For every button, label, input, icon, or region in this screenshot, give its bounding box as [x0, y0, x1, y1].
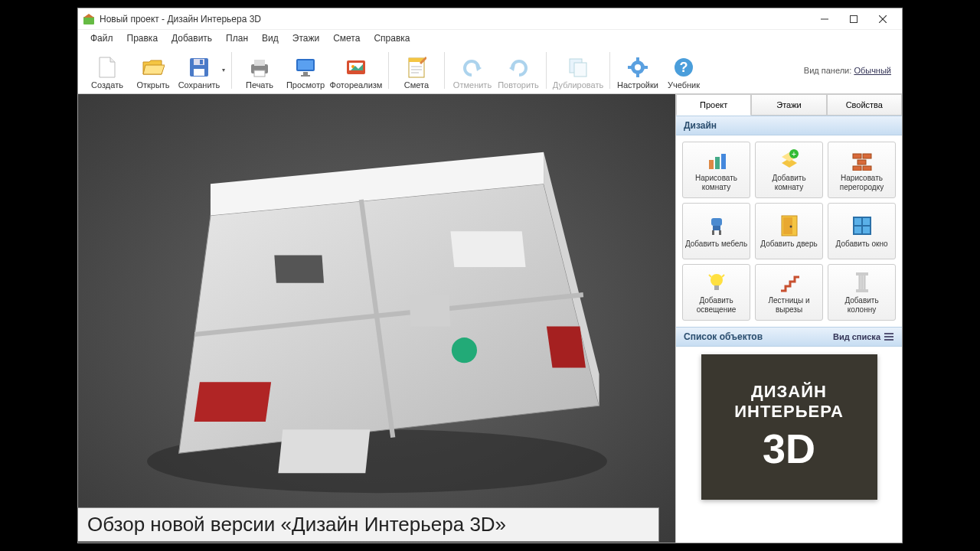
add-lighting-button[interactable]: Добавить освещение: [682, 264, 750, 321]
promo-card: ДИЗАЙН ИНТЕРЬЕРА 3D: [701, 354, 877, 500]
svg-rect-29: [574, 63, 586, 77]
panel-view-link[interactable]: Обычный: [854, 66, 891, 75]
duplicate-icon: [567, 56, 590, 79]
create-button[interactable]: Создать: [84, 48, 130, 93]
estimate-button[interactable]: Смета: [394, 48, 439, 93]
preview-button[interactable]: Просмотр: [283, 48, 328, 93]
save-button[interactable]: Сохранить: [176, 48, 222, 93]
printer-icon: [248, 56, 271, 79]
tab-properties[interactable]: Свойства: [827, 94, 902, 116]
svg-rect-59: [863, 154, 871, 158]
svg-rect-32: [636, 57, 639, 61]
svg-marker-1: [83, 14, 94, 18]
add-furniture-button[interactable]: Добавить мебель: [682, 203, 750, 259]
svg-rect-9: [200, 60, 203, 64]
close-button[interactable]: [868, 10, 897, 28]
svg-point-31: [635, 64, 641, 70]
undo-button[interactable]: Отменить: [449, 48, 495, 93]
svg-rect-83: [884, 333, 893, 334]
menubar: Файл Правка Добавить План Вид Этажи Смет…: [78, 30, 902, 47]
tutorial-button[interactable]: ? Учебник: [661, 48, 707, 93]
svg-rect-85: [884, 339, 893, 341]
svg-rect-11: [254, 60, 265, 66]
viewport-3d[interactable]: [78, 94, 675, 543]
wall-icon: [851, 148, 874, 171]
toolbar: Создать Открыть Сохранить ▾ Печать Просм…: [78, 47, 902, 94]
maximize-button[interactable]: [839, 10, 868, 28]
add-window-button[interactable]: Добавить окно: [828, 203, 896, 259]
redo-button[interactable]: Повторить: [495, 48, 541, 93]
monitor-icon: [294, 56, 317, 79]
promo-area: ДИЗАЙН ИНТЕРЬЕРА 3D: [676, 347, 902, 543]
gear-icon: [626, 56, 649, 79]
redo-icon: [507, 56, 530, 79]
draw-partition-button[interactable]: Нарисовать перегородку: [828, 142, 896, 198]
open-button[interactable]: Открыть: [130, 48, 176, 93]
add-column-button[interactable]: Добавить колонну: [828, 264, 896, 321]
svg-rect-61: [853, 166, 861, 171]
svg-rect-60: [858, 160, 866, 165]
floorplan-render: [123, 135, 631, 503]
add-door-button[interactable]: Добавить дверь: [755, 203, 823, 259]
svg-rect-51: [709, 160, 714, 169]
side-tabs: Проект Этажи Свойства: [676, 94, 902, 116]
svg-rect-34: [628, 66, 632, 69]
save-dropdown[interactable]: ▾: [220, 48, 227, 93]
svg-rect-52: [715, 157, 720, 169]
stairs-cutouts-button[interactable]: Лестницы и вырезы: [755, 264, 823, 321]
menu-help[interactable]: Справка: [368, 31, 416, 45]
new-file-icon: [96, 56, 119, 79]
svg-rect-47: [274, 255, 324, 282]
menu-edit[interactable]: Правка: [121, 31, 165, 45]
menu-view[interactable]: Вид: [256, 31, 285, 45]
svg-rect-74: [714, 285, 719, 290]
panel-view-selector: Вид панели: Обычный: [804, 66, 896, 75]
svg-rect-12: [254, 70, 265, 77]
minimize-button[interactable]: [810, 10, 839, 28]
svg-rect-8: [194, 69, 204, 76]
menu-floors[interactable]: Этажи: [286, 31, 325, 45]
list-view-toggle[interactable]: Вид списка: [833, 331, 894, 342]
svg-rect-84: [884, 336, 893, 337]
svg-point-73: [710, 274, 723, 286]
folder-open-icon: [142, 56, 165, 79]
toolbar-separator: [546, 52, 547, 89]
objects-section-header: Список объектов Вид списка: [676, 327, 902, 347]
svg-point-49: [451, 337, 476, 363]
draw-room-button[interactable]: Нарисовать комнату: [682, 142, 750, 198]
undo-icon: [461, 56, 484, 79]
tab-project[interactable]: Проект: [676, 94, 751, 116]
svg-rect-64: [713, 226, 720, 230]
duplicate-button[interactable]: Дублировать: [551, 48, 605, 93]
svg-rect-46: [450, 231, 525, 267]
column-icon: [851, 271, 874, 294]
svg-line-76: [722, 275, 724, 277]
tab-floors[interactable]: Этажи: [751, 94, 826, 116]
list-view-icon: [884, 331, 894, 342]
toolbar-separator: [444, 52, 445, 89]
svg-rect-65: [712, 230, 714, 235]
add-room-button[interactable]: + Добавить комнату: [755, 142, 823, 198]
toolbar-separator: [388, 52, 389, 89]
application-window: Новый проект - Дизайн Интерьера 3D Файл …: [77, 8, 903, 543]
svg-rect-0: [83, 17, 94, 24]
menu-plan[interactable]: План: [220, 31, 254, 45]
menu-add[interactable]: Добавить: [165, 31, 218, 45]
photorealism-button[interactable]: Фотореализм: [328, 48, 384, 93]
titlebar: Новый проект - Дизайн Интерьера 3D: [78, 8, 902, 30]
video-caption: Обзор новой версии «Дизайн Интерьера 3D»: [77, 507, 659, 542]
svg-text:+: +: [792, 150, 796, 158]
window-icon: [851, 214, 874, 237]
svg-line-75: [709, 275, 711, 277]
menu-estimate[interactable]: Смета: [327, 31, 366, 45]
side-panel: Проект Этажи Свойства Дизайн Нарисовать …: [675, 94, 902, 543]
menu-file[interactable]: Файл: [84, 31, 119, 45]
help-icon: ?: [672, 56, 695, 79]
window-controls: [810, 10, 897, 28]
print-button[interactable]: Печать: [237, 48, 283, 93]
settings-button[interactable]: Настройки: [615, 48, 661, 93]
svg-rect-16: [301, 75, 310, 77]
svg-rect-33: [636, 73, 639, 77]
photorealism-icon: [345, 56, 368, 79]
stairs-icon: [778, 271, 801, 294]
